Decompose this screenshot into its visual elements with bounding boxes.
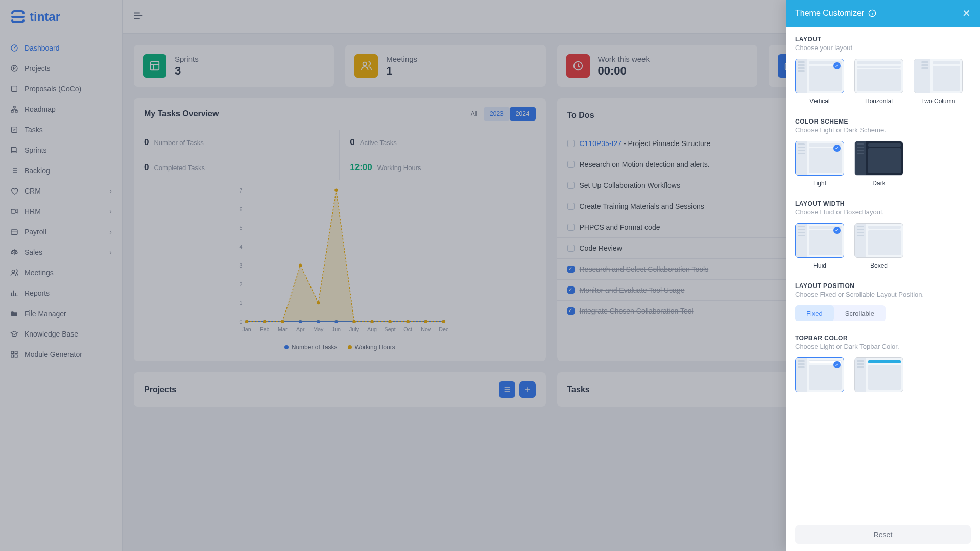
theme-customizer-panel: Theme Customizer ✕ LAYOUT Choose your la…	[786, 0, 980, 551]
scheme-section-label: COLOR SCHEME	[795, 118, 971, 125]
position-pill-fixed[interactable]: Fixed	[795, 305, 834, 321]
topbar-option[interactable]	[854, 357, 903, 392]
layout-option-vertical[interactable]: ✓Vertical	[795, 59, 844, 105]
reset-button[interactable]: Reset	[795, 525, 971, 544]
width-section-desc: Choose Fluid or Boxed layout.	[795, 208, 971, 216]
option-label: Vertical	[809, 98, 829, 105]
width-section-label: LAYOUT WIDTH	[795, 200, 971, 207]
width-option-fluid[interactable]: ✓Fluid	[795, 223, 844, 269]
option-label: Light	[813, 180, 826, 187]
width-option-boxed[interactable]: Boxed	[854, 223, 903, 269]
layout-option-horizontal[interactable]: Horizontal	[854, 59, 903, 105]
scheme-option-light[interactable]: ✓Light	[795, 141, 844, 187]
scheme-section-desc: Choose Light or Dark Scheme.	[795, 126, 971, 134]
topbar-section-desc: Choose Light or Dark Topbar Color.	[795, 343, 971, 350]
topbar-option[interactable]: ✓	[795, 357, 844, 392]
customizer-title: Theme Customizer	[795, 9, 864, 18]
option-label: Dark	[872, 180, 885, 187]
topbar-section-label: TOPBAR COLOR	[795, 334, 971, 342]
scheme-option-dark[interactable]: Dark	[854, 141, 903, 187]
option-label: Two Column	[921, 98, 955, 105]
option-label: Fluid	[813, 262, 826, 269]
layout-section-label: LAYOUT	[795, 36, 971, 43]
option-label: Horizontal	[865, 98, 893, 105]
customizer-close-button[interactable]: ✕	[962, 7, 971, 19]
layout-option-two-column[interactable]: Two Column	[914, 59, 963, 105]
position-section-desc: Choose Fixed or Scrollable Layout Positi…	[795, 291, 971, 298]
position-section-label: LAYOUT POSITION	[795, 282, 971, 290]
position-pill-scrollable[interactable]: Scrollable	[834, 305, 886, 321]
layout-section-desc: Choose your layout	[795, 44, 971, 52]
info-icon	[868, 9, 876, 17]
option-label: Boxed	[870, 262, 888, 269]
